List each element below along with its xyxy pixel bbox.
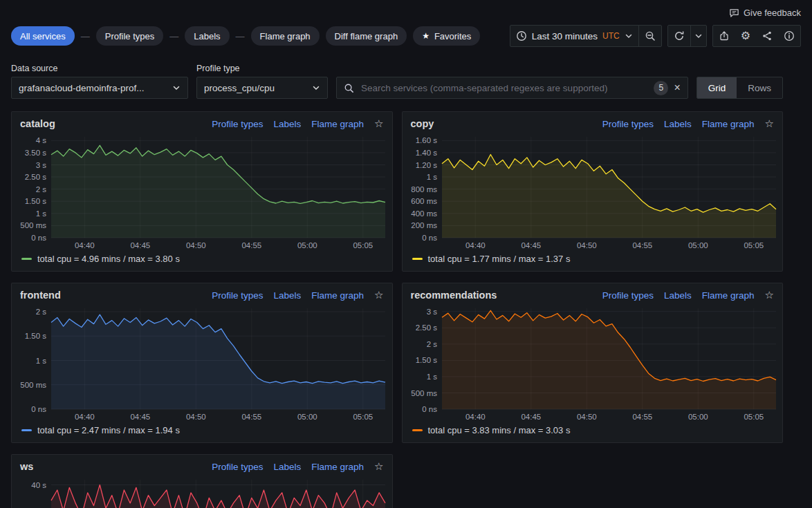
svg-text:05:00: 05:00 xyxy=(688,413,708,421)
svg-text:05:05: 05:05 xyxy=(353,241,373,250)
svg-text:05:00: 05:00 xyxy=(688,241,708,250)
favorite-star-icon[interactable]: ☆ xyxy=(765,289,774,301)
cpu-usage-chart[interactable]: 40 s04:4004:4504:5004:5505:0005:05 xyxy=(12,474,392,508)
zoom-out-button[interactable] xyxy=(638,26,661,46)
toolbar-right: Last 30 minutes UTC xyxy=(510,25,801,47)
cpu-usage-chart[interactable]: 2 s1.50 s1 s500 ms0 ns04:4004:4504:5004:… xyxy=(12,303,392,423)
svg-text:4 s: 4 s xyxy=(36,136,47,144)
chevron-down-icon xyxy=(312,84,320,92)
panel-link-profile-types[interactable]: Profile types xyxy=(212,462,263,472)
layout-rows-option[interactable]: Rows xyxy=(737,77,782,98)
svg-text:40 s: 40 s xyxy=(31,481,46,489)
svg-text:04:45: 04:45 xyxy=(130,413,150,421)
data-source-select[interactable]: grafanacloud-demoinfra-prof... xyxy=(11,77,188,99)
favorite-star-icon[interactable]: ☆ xyxy=(374,289,383,301)
svg-text:3 s: 3 s xyxy=(36,161,47,169)
svg-text:500 ms: 500 ms xyxy=(20,381,46,389)
panel-link-labels[interactable]: Labels xyxy=(273,119,301,129)
panel-link-profile-types[interactable]: Profile types xyxy=(212,119,263,129)
give-feedback-button[interactable]: Give feedback xyxy=(729,8,801,18)
panel-link-profile-types[interactable]: Profile types xyxy=(212,290,263,301)
favorite-star-icon[interactable]: ☆ xyxy=(374,117,383,130)
svg-text:800 ms: 800 ms xyxy=(411,185,437,194)
refresh-button[interactable] xyxy=(668,26,690,46)
legend-label[interactable]: total cpu = 4.96 mins / max = 3.80 s xyxy=(37,254,180,264)
svg-text:04:40: 04:40 xyxy=(465,413,485,421)
cpu-usage-chart[interactable]: 4 s3.50 s3 s2.50 s2 s1.50 s1 s500 ms0 ns… xyxy=(12,131,392,252)
panel-link-labels[interactable]: Labels xyxy=(664,290,692,301)
service-panel-frontend: frontend Profile types Labels Flame grap… xyxy=(11,283,393,443)
svg-text:2 s: 2 s xyxy=(36,185,47,194)
svg-text:05:05: 05:05 xyxy=(353,413,373,421)
svg-text:500 ms: 500 ms xyxy=(411,389,437,397)
time-range-picker[interactable]: Last 30 minutes UTC xyxy=(510,26,638,46)
tab-all-services[interactable]: All services xyxy=(11,26,75,46)
legend-swatch xyxy=(412,258,423,260)
layout-grid-option[interactable]: Grid xyxy=(697,77,737,98)
profile-type-value: process_cpu/cpu xyxy=(204,83,275,93)
favorite-star-icon[interactable]: ☆ xyxy=(765,117,774,130)
svg-text:2.50 s: 2.50 s xyxy=(25,173,47,181)
settings-button[interactable]: ⚙ xyxy=(735,26,756,46)
search-input[interactable] xyxy=(360,82,648,94)
panel-link-labels[interactable]: Labels xyxy=(273,290,301,301)
tab-diff-flame-graph[interactable]: Diff flame graph xyxy=(326,26,407,46)
svg-text:05:00: 05:00 xyxy=(297,241,317,250)
panel-link-flame-graph[interactable]: Flame graph xyxy=(311,290,364,301)
clear-search-icon[interactable]: × xyxy=(674,82,680,93)
profile-type-label: Profile type xyxy=(196,64,328,73)
info-icon xyxy=(784,30,795,41)
filters-bar: Data source grafanacloud-demoinfra-prof.… xyxy=(0,47,812,99)
panel-link-flame-graph[interactable]: Flame graph xyxy=(702,119,755,129)
tab-profile-types[interactable]: Profile types xyxy=(96,26,164,46)
profile-type-select[interactable]: process_cpu/cpu xyxy=(196,77,328,99)
cpu-usage-chart[interactable]: 1.60 s1.40 s1.20 s1 s800 ms600 ms400 ms2… xyxy=(403,131,783,252)
svg-text:0 ns: 0 ns xyxy=(31,405,46,413)
panel-link-flame-graph[interactable]: Flame graph xyxy=(311,119,364,129)
info-button[interactable] xyxy=(778,26,800,46)
panel-link-flame-graph[interactable]: Flame graph xyxy=(311,462,364,472)
svg-text:2 s: 2 s xyxy=(426,340,437,348)
tab-separator: — xyxy=(81,31,90,41)
search-box: 5 × xyxy=(336,77,688,99)
panel-link-labels[interactable]: Labels xyxy=(273,462,301,472)
service-panels-grid: catalog Profile types Labels Flame graph… xyxy=(11,111,783,508)
time-controls-group: Last 30 minutes UTC xyxy=(510,25,662,47)
share-button[interactable] xyxy=(756,26,778,46)
svg-text:0 ns: 0 ns xyxy=(31,234,46,242)
legend-label[interactable]: total cpu = 2.47 mins / max = 1.94 s xyxy=(37,425,180,435)
refresh-interval-dropdown[interactable] xyxy=(690,26,706,46)
svg-text:2 s: 2 s xyxy=(36,308,47,316)
panel-title: copy xyxy=(411,118,434,129)
panel-link-profile-types[interactable]: Profile types xyxy=(602,290,654,301)
legend-label[interactable]: total cpu = 1.77 mins / max = 1.37 s xyxy=(428,254,571,264)
tab-labels[interactable]: Labels xyxy=(185,26,229,46)
svg-text:1 s: 1 s xyxy=(36,357,47,365)
svg-text:0 ns: 0 ns xyxy=(422,405,437,413)
top-bar: Give feedback xyxy=(0,0,812,19)
tab-favorites[interactable]: ★ Favorites xyxy=(413,26,480,46)
data-source-label: Data source xyxy=(11,64,188,73)
layout-toggle: Grid Rows xyxy=(696,77,783,99)
legend-label[interactable]: total cpu = 3.83 mins / max = 3.03 s xyxy=(428,425,571,435)
tab-flame-graph[interactable]: Flame graph xyxy=(251,26,320,46)
svg-text:04:45: 04:45 xyxy=(521,241,541,250)
panel-link-profile-types[interactable]: Profile types xyxy=(602,119,654,129)
export-button[interactable] xyxy=(713,26,735,46)
panel-link-labels[interactable]: Labels xyxy=(664,119,692,129)
svg-text:04:55: 04:55 xyxy=(632,241,652,250)
panel-link-flame-graph[interactable]: Flame graph xyxy=(702,290,755,301)
panel-title: recommendations xyxy=(411,290,497,301)
favorite-star-icon[interactable]: ☆ xyxy=(374,460,383,473)
svg-text:05:05: 05:05 xyxy=(744,241,764,250)
svg-text:3.50 s: 3.50 s xyxy=(25,149,47,157)
star-icon: ★ xyxy=(422,31,430,41)
svg-text:1.50 s: 1.50 s xyxy=(415,356,437,364)
svg-text:1.60 s: 1.60 s xyxy=(415,136,437,144)
svg-text:04:40: 04:40 xyxy=(75,241,95,250)
service-panel-recommendations: recommendations Profile types Labels Fla… xyxy=(402,283,784,443)
svg-text:1.50 s: 1.50 s xyxy=(25,197,47,205)
svg-text:1 s: 1 s xyxy=(426,373,437,381)
cpu-usage-chart[interactable]: 3 s2.50 s2 s1.50 s1 s500 ms0 ns04:4004:4… xyxy=(403,303,783,423)
svg-text:05:00: 05:00 xyxy=(297,413,317,421)
